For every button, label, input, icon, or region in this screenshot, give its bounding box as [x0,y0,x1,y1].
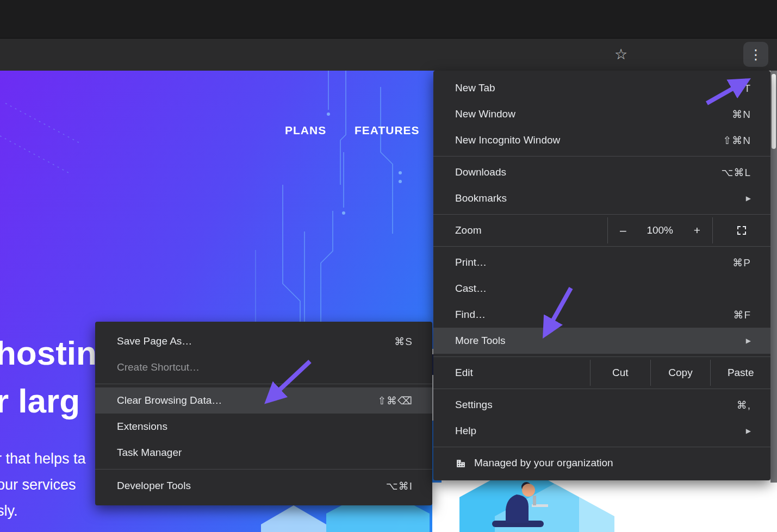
menu-separator [433,356,770,357]
menu-item-label: Managed by your organization [474,457,751,469]
menu-separator [433,389,770,389]
menu-item-label: Task Manager [117,447,413,459]
hero-paragraph: r that helps ta our services sly. [0,446,86,524]
nav-features-link[interactable]: FEATURES [355,124,420,137]
browser-main-menu: New Tab ⌘T New Window ⌘N New Incognito W… [433,71,770,480]
menu-separator [433,447,770,447]
menu-item-settings[interactable]: Settings ⌘, [433,392,770,418]
menu-item-label: More Tools [455,335,738,347]
edit-paste-button[interactable]: Paste [710,360,770,386]
browser-menu-button[interactable]: ⋮ [743,42,768,67]
menu-item-new-incognito-window[interactable]: New Incognito Window ⇧⌘N [433,127,770,153]
title-bar [0,0,777,38]
menu-item-label: Zoom [433,224,607,236]
menu-item-new-tab[interactable]: New Tab ⌘T [433,75,770,101]
zoom-controls: – 100% + [607,217,712,243]
menu-item-new-window[interactable]: New Window ⌘N [433,101,770,127]
menu-item-shortcut: ⌘P [732,256,751,269]
browser-toolbar [0,38,777,71]
menu-item-help[interactable]: Help ▶ [433,418,770,444]
menu-item-shortcut: ⌘F [733,309,751,321]
menu-item-clear-browsing-data[interactable]: Clear Browsing Data… ⇧⌘⌫ [95,387,432,414]
hero-headline: hostin r larg [0,329,97,425]
menu-item-label: New Window [455,108,732,120]
menu-item-label: Settings [455,399,737,411]
menu-item-more-tools[interactable]: More Tools ▶ [433,328,770,354]
menu-item-edit: Edit Cut Copy Paste [433,360,770,386]
menu-item-developer-tools[interactable]: Developer Tools ⌥⌘I [95,473,432,499]
menu-separator [433,214,770,215]
menu-item-label: Save Page As… [117,335,394,347]
menu-item-shortcut: ⌥⌘I [386,480,413,492]
menu-item-label: Downloads [455,166,722,178]
edit-copy-button[interactable]: Copy [650,360,711,386]
kebab-menu-icon: ⋮ [749,47,763,62]
headline-line-2: r larg [0,377,97,425]
menu-separator [95,469,432,470]
edit-cut-button[interactable]: Cut [590,360,650,386]
fullscreen-button[interactable] [712,217,770,243]
menu-item-downloads[interactable]: Downloads ⌥⌘L [433,159,770,185]
menu-item-zoom: Zoom – 100% + [433,217,770,243]
organization-icon [455,458,467,469]
menu-item-label: Help [455,425,738,437]
menu-item-label: Extensions [117,421,413,433]
menu-separator [95,384,432,384]
menu-item-label: Clear Browsing Data… [117,395,377,406]
page-scrollbar-thumb[interactable] [772,74,776,149]
menu-item-managed-by-organization[interactable]: Managed by your organization [433,450,770,476]
menu-item-label: Cast… [455,283,751,295]
menu-item-find[interactable]: Find… ⌘F [433,302,770,328]
menu-item-shortcut: ⇧⌘N [723,134,751,147]
nav-plans-link[interactable]: PLANS [285,124,326,137]
submenu-arrow-icon: ▶ [746,427,751,435]
submenu-arrow-icon: ▶ [746,337,751,345]
more-tools-submenu: Save Page As… ⌘S Create Shortcut… Clear … [95,322,432,505]
paragraph-line-2: our services [0,472,86,498]
menu-item-shortcut: ⌥⌘L [722,166,751,179]
menu-item-shortcut: ⌘T [733,82,751,95]
menu-item-label: New Incognito Window [455,134,723,146]
menu-item-shortcut: ⌘S [394,335,413,348]
menu-item-label: Print… [455,256,732,268]
menu-item-label: Find… [455,309,733,321]
menu-item-label: Developer Tools [117,480,386,492]
zoom-in-button[interactable]: + [691,224,704,237]
menu-item-print[interactable]: Print… ⌘P [433,249,770,276]
zoom-level: 100% [647,224,673,236]
menu-item-shortcut: ⇧⌘⌫ [377,395,413,407]
menu-item-bookmarks[interactable]: Bookmarks ▶ [433,185,770,211]
menu-item-extensions[interactable]: Extensions [95,414,432,440]
menu-item-label: New Tab [455,82,733,94]
bookmark-star-icon: ☆ [614,46,627,63]
menu-item-label: Edit [433,367,590,379]
menu-item-shortcut: ⌘N [732,108,751,121]
menu-item-shortcut: ⌘, [737,399,751,411]
menu-item-task-manager[interactable]: Task Manager [95,440,432,466]
menu-item-create-shortcut: Create Shortcut… [95,354,432,380]
zoom-out-button[interactable]: – [617,224,630,237]
menu-item-cast[interactable]: Cast… [433,276,770,302]
fullscreen-icon [736,225,747,236]
submenu-arrow-icon: ▶ [746,195,751,202]
menu-item-save-page-as[interactable]: Save Page As… ⌘S [95,328,432,354]
bookmark-button[interactable]: ☆ [610,38,632,71]
menu-separator [433,246,770,247]
menu-separator [433,156,770,157]
headline-line-1: hostin [0,329,97,377]
menu-item-label: Bookmarks [455,192,738,204]
paragraph-line-1: r that helps ta [0,446,86,472]
paragraph-line-3: sly. [0,498,86,524]
menu-item-label: Create Shortcut… [117,361,413,373]
